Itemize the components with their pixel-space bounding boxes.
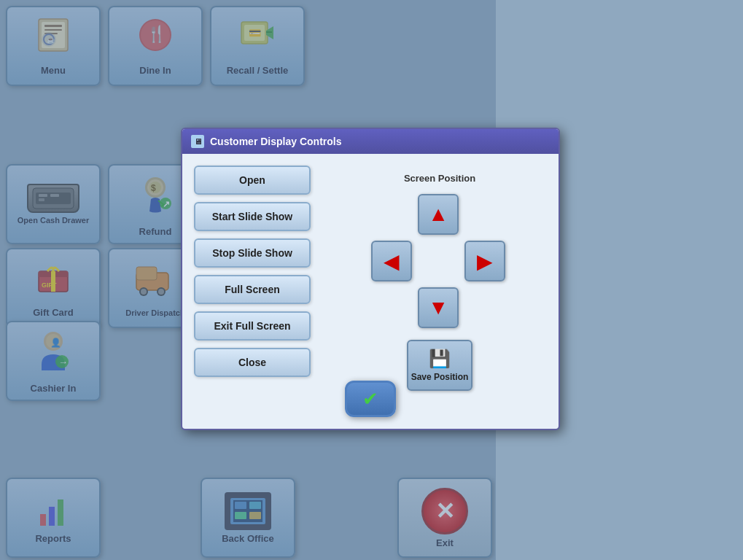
left-arrow-icon: ◀: [384, 249, 400, 273]
open-button[interactable]: Open: [194, 166, 311, 195]
save-position-label: Save Position: [411, 372, 469, 382]
screen-position-label: Screen Position: [404, 173, 475, 184]
stop-slideshow-button[interactable]: Stop Slide Show: [194, 238, 311, 268]
modal-buttons-panel: Open Start Slide Show Stop Slide Show Fu…: [194, 166, 318, 411]
exit-full-screen-button[interactable]: Exit Full Screen: [194, 311, 311, 341]
full-screen-button[interactable]: Full Screen: [194, 275, 311, 304]
save-icon: 💾: [429, 349, 451, 369]
arrow-left-button[interactable]: ◀: [371, 241, 412, 281]
modal-titlebar-icon: 🖥: [191, 135, 204, 148]
start-slideshow-button[interactable]: Start Slide Show: [194, 202, 311, 231]
modal-title: Customer Display Controls: [210, 136, 341, 147]
down-arrow-icon: ▼: [428, 296, 448, 319]
screen-position-panel: Screen Position ▲ ◀ ▶ ▼ 💾 Save Position: [332, 166, 547, 411]
confirm-button[interactable]: ✔: [345, 381, 396, 417]
up-arrow-icon: ▲: [428, 203, 448, 226]
checkmark-icon: ✔: [362, 388, 378, 411]
arrow-grid: ▲ ◀ ▶ ▼: [371, 194, 508, 331]
close-modal-button[interactable]: Close: [194, 348, 311, 377]
customer-display-modal: 🖥 Customer Display Controls Open Start S…: [181, 128, 560, 430]
arrow-up-button[interactable]: ▲: [418, 194, 459, 235]
right-arrow-icon: ▶: [477, 249, 493, 273]
save-position-button[interactable]: 💾 Save Position: [407, 340, 472, 391]
modal-titlebar: 🖥 Customer Display Controls: [182, 129, 559, 154]
arrow-right-button[interactable]: ▶: [464, 241, 505, 281]
arrow-down-button[interactable]: ▼: [418, 287, 459, 328]
